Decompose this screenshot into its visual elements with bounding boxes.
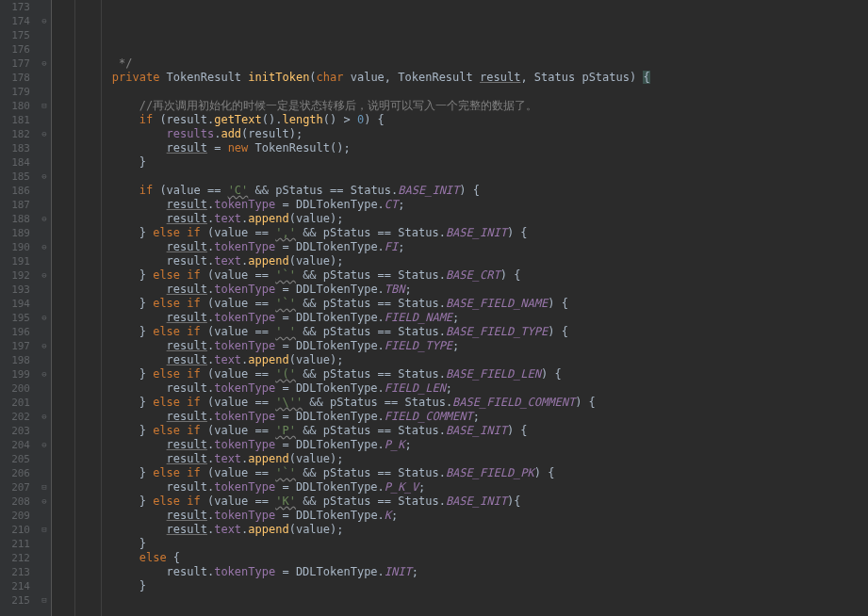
code-line[interactable] xyxy=(57,170,650,184)
code-line[interactable]: } else if (value == '`' && pStatus == St… xyxy=(57,466,650,480)
code-line[interactable]: result.tokenType = DDLTokenType.CT; xyxy=(57,198,650,212)
code-line[interactable]: result.text.append(value); xyxy=(57,353,650,367)
code-line[interactable]: results.add(result); xyxy=(57,127,650,141)
code-line[interactable]: } else if (value == ' ' && pStatus == St… xyxy=(57,325,650,339)
code-line[interactable]: if (value == 'C' && pStatus == Status.BA… xyxy=(57,184,650,198)
code-editor[interactable]: 1731741751761771781791801811821831841851… xyxy=(0,0,868,616)
code-line[interactable]: */ xyxy=(57,57,650,71)
code-area[interactable]: */ private TokenResult initToken(char va… xyxy=(52,0,650,616)
code-line[interactable]: result.tokenType = DDLTokenType.FIELD_NA… xyxy=(57,311,650,325)
code-line[interactable]: result.tokenType = DDLTokenType.FIELD_CO… xyxy=(57,410,650,424)
code-line[interactable]: } else if (value == 'K' && pStatus == St… xyxy=(57,494,650,509)
code-line[interactable]: } else if (value == '(' && pStatus == St… xyxy=(57,367,650,381)
code-line[interactable] xyxy=(57,608,650,616)
code-line[interactable]: result.text.append(value); xyxy=(57,523,650,537)
code-line[interactable]: result.tokenType = DDLTokenType.FIELD_TY… xyxy=(57,339,650,353)
code-line[interactable]: result.text.append(value); xyxy=(57,254,650,268)
code-line[interactable] xyxy=(57,85,650,99)
code-line[interactable]: //再次调用初始化的时候一定是状态转移后，说明可以写入一个完整的数据了。 xyxy=(57,99,650,113)
code-line[interactable]: if (result.getText().length() > 0) { xyxy=(57,113,650,127)
code-line[interactable]: private TokenResult initToken(char value… xyxy=(57,71,650,85)
code-line[interactable]: result.tokenType = DDLTokenType.INIT; xyxy=(57,565,650,579)
code-line[interactable]: result.text.append(value); xyxy=(57,452,650,466)
line-number-gutter: 1731741751761771781791801811821831841851… xyxy=(0,0,38,616)
code-line[interactable]: result.tokenType = DDLTokenType.FIELD_LE… xyxy=(57,381,650,396)
code-line[interactable]: result.tokenType = DDLTokenType.P_K; xyxy=(57,438,650,452)
code-line[interactable]: } else if (value == 'P' && pStatus == St… xyxy=(57,424,650,438)
code-line[interactable]: result.tokenType = DDLTokenType.K; xyxy=(57,509,650,523)
code-line[interactable]: result.tokenType = DDLTokenType.FI; xyxy=(57,240,650,254)
code-line[interactable] xyxy=(57,593,650,608)
code-line[interactable]: } xyxy=(57,579,650,593)
code-line[interactable]: } else if (value == '`' && pStatus == St… xyxy=(57,268,650,283)
code-line[interactable]: } else if (value == '`' && pStatus == St… xyxy=(57,297,650,311)
code-line[interactable]: result.tokenType = DDLTokenType.TBN; xyxy=(57,283,650,297)
code-line[interactable]: } else if (value == ',' && pStatus == St… xyxy=(57,226,650,240)
code-line[interactable]: result.text.append(value); xyxy=(57,212,650,226)
code-line[interactable]: result.tokenType = DDLTokenType.P_K_V; xyxy=(57,480,650,494)
code-line[interactable]: } else if (value == '\'' && pStatus == S… xyxy=(57,396,650,410)
fold-gutter[interactable]: ⊖⊖⊟⊖⊖⊖⊖⊖⊖⊖⊖⊖⊖⊟⊖⊟⊟ xyxy=(38,0,52,616)
code-line[interactable]: } xyxy=(57,155,650,170)
code-line[interactable]: result = new TokenResult(); xyxy=(57,141,650,155)
code-line[interactable]: } xyxy=(57,537,650,551)
code-line[interactable]: else { xyxy=(57,551,650,565)
